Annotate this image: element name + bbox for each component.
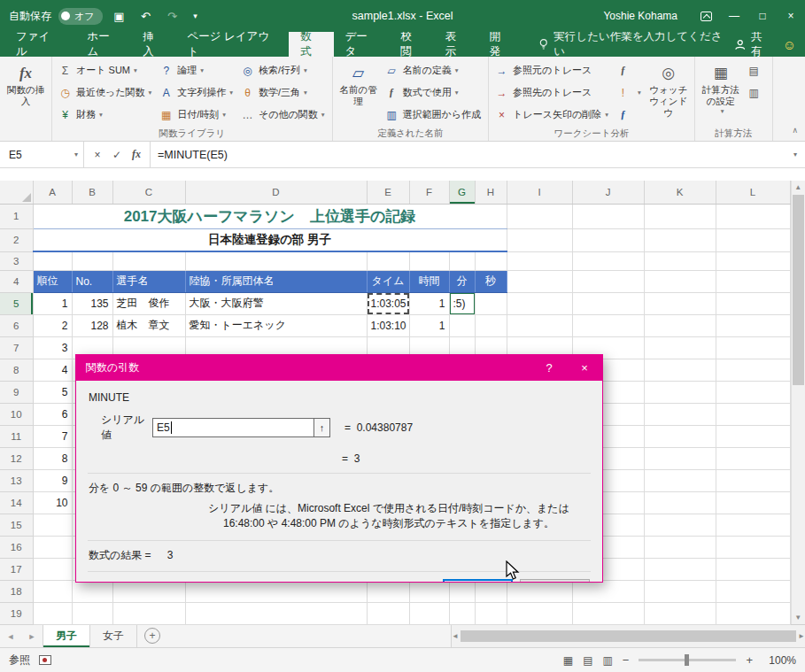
table-header-cell[interactable]: 選手名: [112, 270, 185, 292]
cell[interactable]: 10: [33, 491, 72, 514]
cell[interactable]: [112, 602, 185, 624]
row-header-17[interactable]: 17: [0, 558, 33, 580]
cell[interactable]: 8: [33, 447, 72, 469]
column-header-J[interactable]: J: [572, 181, 644, 204]
cancel-button[interactable]: キャンセル: [520, 579, 590, 583]
dialog-close-icon[interactable]: ×: [567, 355, 602, 381]
cell[interactable]: [716, 536, 790, 558]
use-in-formula-button[interactable]: ƒ数式で使用▾: [382, 81, 486, 104]
financial-button[interactable]: ¥財務▾: [55, 104, 156, 126]
customize-quick-access-icon[interactable]: ▾: [190, 12, 202, 20]
cell[interactable]: [185, 251, 367, 270]
cell[interactable]: [572, 204, 644, 228]
math-trig-button[interactable]: θ数学/三角▾: [237, 81, 329, 104]
cell[interactable]: 9: [33, 469, 72, 491]
logical-button[interactable]: ?論理▾: [156, 59, 237, 81]
cell[interactable]: [507, 251, 572, 270]
zoom-in-icon[interactable]: +: [746, 653, 753, 667]
row-header-3[interactable]: 3: [0, 251, 33, 270]
row-header-5[interactable]: 5: [0, 292, 33, 314]
cell[interactable]: [33, 251, 72, 270]
cell[interactable]: [716, 228, 790, 251]
cell[interactable]: [367, 580, 409, 602]
column-header-E[interactable]: E: [367, 181, 409, 204]
cell[interactable]: [185, 580, 367, 602]
cell[interactable]: [644, 558, 716, 580]
sheet-subtitle-cell[interactable]: 日本陸連登録の部 男子: [33, 228, 507, 251]
column-header-C[interactable]: C: [112, 181, 185, 204]
cell[interactable]: [33, 580, 72, 602]
sheet-tab-joshi[interactable]: 女子: [90, 625, 137, 647]
text-functions-button[interactable]: A文字列操作▾: [156, 81, 237, 104]
table-header-cell[interactable]: No.: [72, 270, 112, 292]
row-header-4[interactable]: 4: [0, 270, 33, 292]
user-name[interactable]: Yoshie Kohama: [603, 10, 677, 22]
tab-data[interactable]: データ: [334, 32, 390, 57]
horizontal-scrollbar-thumb[interactable]: [461, 630, 796, 642]
close-icon[interactable]: ×: [777, 0, 805, 32]
sheet-nav-left-icon[interactable]: ◄: [0, 625, 21, 647]
cell[interactable]: [33, 602, 72, 624]
formula-input[interactable]: =MINUTE(E5): [151, 142, 786, 167]
cell[interactable]: 4: [33, 359, 72, 381]
cell[interactable]: 1: [33, 292, 72, 314]
watch-window-button[interactable]: ◎ ウォッチ ウィンドウ: [646, 58, 692, 127]
autosum-button[interactable]: Σオート SUM▾: [55, 59, 156, 81]
column-header-K[interactable]: K: [644, 181, 716, 204]
macro-record-icon[interactable]: [39, 655, 51, 665]
row-header-16[interactable]: 16: [0, 536, 33, 558]
cell[interactable]: [507, 292, 572, 314]
cell[interactable]: [716, 270, 790, 292]
normal-view-icon[interactable]: ▦: [563, 654, 573, 667]
row-header-1[interactable]: 1: [0, 204, 33, 228]
cell[interactable]: [409, 580, 449, 602]
cell[interactable]: [449, 580, 475, 602]
cell[interactable]: 6: [33, 403, 72, 425]
cell[interactable]: 植木 章文: [112, 314, 185, 336]
calculation-options-button[interactable]: ▦ 計算方法の設定 ▾: [698, 58, 744, 127]
more-functions-button[interactable]: …その他の関数▾: [237, 104, 329, 126]
cell[interactable]: [112, 251, 185, 270]
cell[interactable]: [644, 491, 716, 514]
tab-formulas[interactable]: 数式: [289, 32, 333, 57]
cell[interactable]: [644, 536, 716, 558]
cell[interactable]: [475, 602, 507, 624]
collapse-ribbon-icon[interactable]: ∧: [792, 126, 798, 135]
scroll-left-icon[interactable]: ◄: [452, 630, 459, 643]
ribbon-display-options-icon[interactable]: [692, 0, 720, 32]
table-header-cell[interactable]: 順位: [33, 270, 72, 292]
page-break-view-icon[interactable]: ▥: [602, 654, 612, 667]
cell[interactable]: [33, 514, 72, 536]
cell[interactable]: [572, 251, 644, 270]
cell-E5-reference[interactable]: 1:03:05: [367, 292, 409, 314]
cell[interactable]: [475, 292, 507, 314]
row-header-15[interactable]: 15: [0, 514, 33, 536]
tab-page-layout[interactable]: ページ レイアウト: [175, 32, 289, 57]
cell[interactable]: [716, 602, 790, 624]
show-formulas-button[interactable]: ƒ: [613, 59, 646, 81]
trace-dependents-button[interactable]: →参照先のトレース: [492, 81, 613, 104]
table-header-cell[interactable]: タイム: [367, 270, 409, 292]
add-sheet-button[interactable]: +: [144, 628, 160, 644]
cell[interactable]: [716, 425, 790, 447]
row-header-13[interactable]: 13: [0, 469, 33, 491]
cell[interactable]: [644, 270, 716, 292]
remove-arrows-button[interactable]: ×トレース矢印の削除▾: [492, 104, 613, 126]
scroll-right-icon[interactable]: ►: [798, 630, 805, 643]
cell[interactable]: 5: [33, 381, 72, 403]
sheet-title-cell[interactable]: 2017大阪ハーフマラソン 上位選手の記録: [33, 204, 507, 228]
cell[interactable]: [507, 602, 572, 624]
create-from-selection-button[interactable]: ▥選択範囲から作成: [382, 104, 486, 126]
cell[interactable]: 128: [72, 314, 112, 336]
cell[interactable]: [644, 251, 716, 270]
cell[interactable]: 3: [33, 336, 72, 359]
table-header-cell[interactable]: 時間: [409, 270, 449, 292]
ok-button[interactable]: OK: [443, 579, 513, 583]
cell[interactable]: [644, 336, 716, 359]
cell[interactable]: 1: [409, 292, 449, 314]
dialog-help-icon[interactable]: ?: [531, 355, 567, 381]
table-header-cell[interactable]: 陸協・所属団体名: [185, 270, 367, 292]
cell[interactable]: [644, 359, 716, 381]
function-help-link[interactable]: この関数のヘルプ(H): [89, 582, 190, 583]
cell[interactable]: [644, 602, 716, 624]
